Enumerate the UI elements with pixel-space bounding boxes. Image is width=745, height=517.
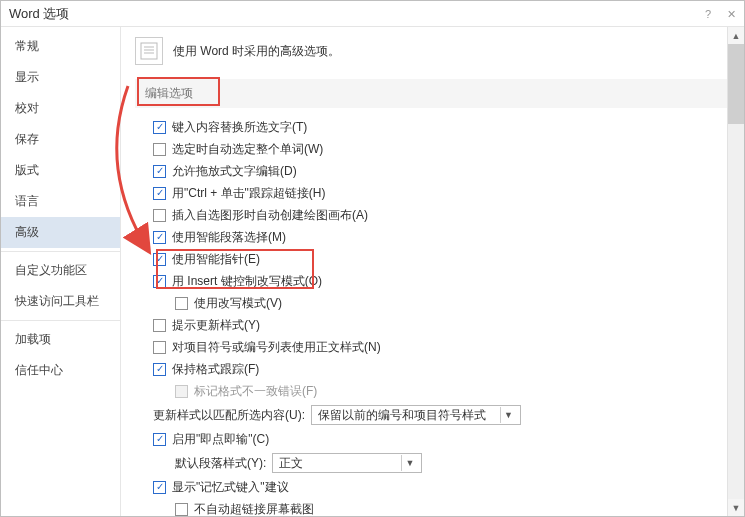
scroll-down-button[interactable]: ▼ xyxy=(728,499,744,516)
sidebar-item-label: 常规 xyxy=(15,39,39,53)
sidebar-item-label: 加载项 xyxy=(15,332,51,346)
style-update-label: 更新样式以匹配所选内容(U): xyxy=(153,407,305,424)
option-row: 标记格式不一致错误(F) xyxy=(175,380,730,402)
option-label: 启用"即点即输"(C) xyxy=(172,431,269,447)
sidebar-separator xyxy=(1,320,120,321)
sidebar-item-layout[interactable]: 版式 xyxy=(1,155,120,186)
checkbox xyxy=(175,385,188,398)
sidebar-item-label: 信任中心 xyxy=(15,363,63,377)
sidebar-item-addins[interactable]: 加载项 xyxy=(1,324,120,355)
checkbox[interactable] xyxy=(153,209,166,222)
sidebar-item-label: 语言 xyxy=(15,194,39,208)
checkbox[interactable] xyxy=(153,363,166,376)
header-description: 使用 Word 时采用的高级选项。 xyxy=(173,43,340,60)
style-update-select[interactable]: 保留以前的编号和项目符号样式 ▼ xyxy=(311,405,521,425)
sidebar-item-trust-center[interactable]: 信任中心 xyxy=(1,355,120,386)
sidebar: 常规 显示 校对 保存 版式 语言 高级 自定义功能区 快速访问工具栏 加载项 … xyxy=(1,27,121,516)
body: 常规 显示 校对 保存 版式 语言 高级 自定义功能区 快速访问工具栏 加载项 … xyxy=(1,27,744,516)
checkbox[interactable] xyxy=(153,433,166,446)
style-update-row: 更新样式以匹配所选内容(U): 保留以前的编号和项目符号样式 ▼ xyxy=(135,402,730,428)
sidebar-item-label: 版式 xyxy=(15,163,39,177)
sidebar-item-label: 快速访问工具栏 xyxy=(15,294,99,308)
checkbox[interactable] xyxy=(153,319,166,332)
option-label: 使用智能段落选择(M) xyxy=(172,229,286,245)
header-row: 使用 Word 时采用的高级选项。 xyxy=(135,37,730,65)
close-icon[interactable]: ✕ xyxy=(727,1,736,27)
sidebar-item-label: 保存 xyxy=(15,132,39,146)
option-label: 用 Insert 键控制改写模式(O) xyxy=(172,273,322,289)
sidebar-item-save[interactable]: 保存 xyxy=(1,124,120,155)
option-row: 启用"即点即输"(C) xyxy=(153,428,730,450)
sidebar-item-quick-access[interactable]: 快速访问工具栏 xyxy=(1,286,120,317)
help-icon[interactable]: ? xyxy=(705,1,711,27)
window-controls: ? ✕ xyxy=(705,1,736,27)
option-row: 插入自选图形时自动创建绘图画布(A) xyxy=(153,204,730,226)
option-row: 不自动超链接屏幕截图 xyxy=(175,498,730,516)
option-label: 标记格式不一致错误(F) xyxy=(194,383,317,399)
sidebar-item-label: 显示 xyxy=(15,70,39,84)
checkbox[interactable] xyxy=(175,503,188,516)
checkbox[interactable] xyxy=(153,275,166,288)
checkbox[interactable] xyxy=(153,165,166,178)
para-style-row: 默认段落样式(Y): 正文 ▼ xyxy=(135,450,730,476)
options-group: 启用"即点即输"(C) xyxy=(135,428,730,450)
scroll-thumb[interactable] xyxy=(728,44,744,124)
header-icon xyxy=(135,37,163,65)
option-label: 使用改写模式(V) xyxy=(194,295,282,311)
checkbox[interactable] xyxy=(153,187,166,200)
checkbox[interactable] xyxy=(153,121,166,134)
options-group: 显示"记忆式键入"建议不自动超链接屏幕截图使用序列检查(Q)键入内容替换(P) xyxy=(135,476,730,516)
option-row: 保持格式跟踪(F) xyxy=(153,358,730,380)
option-row: 用"Ctrl + 单击"跟踪超链接(H) xyxy=(153,182,730,204)
sidebar-item-label: 校对 xyxy=(15,101,39,115)
option-label: 显示"记忆式键入"建议 xyxy=(172,479,289,495)
option-row: 选定时自动选定整个单词(W) xyxy=(153,138,730,160)
option-label: 插入自选图形时自动创建绘图画布(A) xyxy=(172,207,368,223)
option-row: 使用智能段落选择(M) xyxy=(153,226,730,248)
sidebar-item-general[interactable]: 常规 xyxy=(1,31,120,62)
checkbox[interactable] xyxy=(153,143,166,156)
sidebar-item-label: 高级 xyxy=(15,225,39,239)
section-heading-label: 编辑选项 xyxy=(145,86,193,100)
options-group: 键入内容替换所选文字(T)选定时自动选定整个单词(W)允许拖放式文字编辑(D)用… xyxy=(135,116,730,402)
checkbox[interactable] xyxy=(153,253,166,266)
option-row: 显示"记忆式键入"建议 xyxy=(153,476,730,498)
main-panel: 使用 Word 时采用的高级选项。 编辑选项 键入内容替换所选文字(T)选定时自… xyxy=(121,27,744,516)
sidebar-separator xyxy=(1,251,120,252)
option-label: 键入内容替换所选文字(T) xyxy=(172,119,307,135)
window-title: Word 选项 xyxy=(9,1,69,27)
checkbox[interactable] xyxy=(153,481,166,494)
chevron-down-icon: ▼ xyxy=(401,455,417,471)
option-row: 对项目符号或编号列表使用正文样式(N) xyxy=(153,336,730,358)
option-label: 用"Ctrl + 单击"跟踪超链接(H) xyxy=(172,185,326,201)
checkbox[interactable] xyxy=(153,341,166,354)
option-row: 使用改写模式(V) xyxy=(175,292,730,314)
titlebar: Word 选项 ? ✕ xyxy=(1,1,744,27)
svg-rect-0 xyxy=(141,43,157,59)
option-row: 允许拖放式文字编辑(D) xyxy=(153,160,730,182)
scroll-up-button[interactable]: ▲ xyxy=(728,27,744,44)
section-heading-editing: 编辑选项 xyxy=(135,79,730,108)
para-style-label: 默认段落样式(Y): xyxy=(175,455,266,472)
option-label: 选定时自动选定整个单词(W) xyxy=(172,141,323,157)
checkbox[interactable] xyxy=(175,297,188,310)
select-value: 保留以前的编号和项目符号样式 xyxy=(318,407,486,424)
sidebar-item-advanced[interactable]: 高级 xyxy=(1,217,120,248)
option-label: 允许拖放式文字编辑(D) xyxy=(172,163,297,179)
sidebar-item-label: 自定义功能区 xyxy=(15,263,87,277)
option-label: 提示更新样式(Y) xyxy=(172,317,260,333)
select-value: 正文 xyxy=(279,455,303,472)
sidebar-item-display[interactable]: 显示 xyxy=(1,62,120,93)
option-row: 用 Insert 键控制改写模式(O) xyxy=(153,270,730,292)
option-row: 键入内容替换所选文字(T) xyxy=(153,116,730,138)
option-label: 使用智能指针(E) xyxy=(172,251,260,267)
checkbox[interactable] xyxy=(153,231,166,244)
option-row: 提示更新样式(Y) xyxy=(153,314,730,336)
scrollbar-vertical[interactable]: ▲ ▼ xyxy=(727,27,744,516)
sidebar-item-language[interactable]: 语言 xyxy=(1,186,120,217)
para-style-select[interactable]: 正文 ▼ xyxy=(272,453,422,473)
sidebar-item-customize-ribbon[interactable]: 自定义功能区 xyxy=(1,255,120,286)
sidebar-item-proofing[interactable]: 校对 xyxy=(1,93,120,124)
option-label: 不自动超链接屏幕截图 xyxy=(194,501,314,516)
chevron-down-icon: ▼ xyxy=(500,407,516,423)
